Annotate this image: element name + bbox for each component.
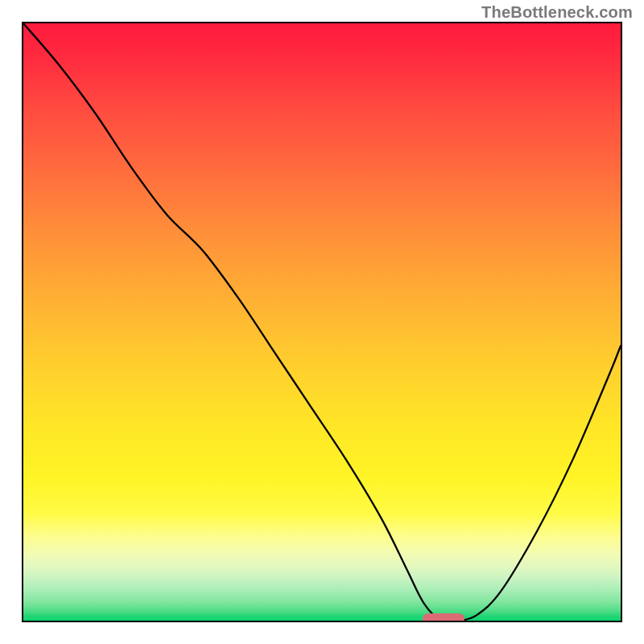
bottleneck-curve bbox=[23, 23, 621, 621]
curve-layer bbox=[23, 23, 621, 621]
watermark-text: TheBottleneck.com bbox=[481, 3, 633, 22]
plot-area bbox=[22, 22, 622, 622]
chart-container: TheBottleneck.com bbox=[0, 0, 644, 644]
optimal-range-marker bbox=[423, 613, 464, 623]
